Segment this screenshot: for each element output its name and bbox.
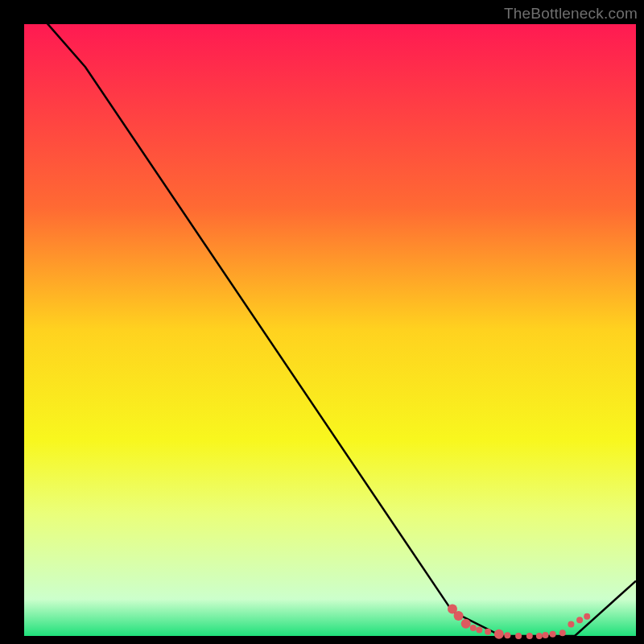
- watermark-text: TheBottleneck.com: [504, 5, 638, 23]
- bottleneck-chart: [0, 0, 644, 644]
- curve-marker: [568, 621, 574, 628]
- curve-marker: [515, 633, 522, 639]
- curve-marker: [576, 617, 583, 623]
- curve-marker: [485, 629, 491, 635]
- plot-background: [24, 24, 636, 636]
- curve-marker: [543, 632, 549, 638]
- curve-marker: [536, 633, 543, 639]
- chart-container: TheBottleneck.com: [0, 0, 644, 644]
- curve-marker: [526, 633, 533, 639]
- curve-marker: [476, 626, 482, 633]
- curve-marker: [461, 619, 471, 629]
- curve-marker: [550, 631, 556, 638]
- curve-marker: [584, 613, 590, 620]
- curve-marker: [454, 611, 464, 621]
- curve-marker: [470, 625, 477, 631]
- curve-marker: [494, 630, 504, 639]
- curve-marker: [559, 630, 566, 636]
- curve-marker: [504, 632, 510, 638]
